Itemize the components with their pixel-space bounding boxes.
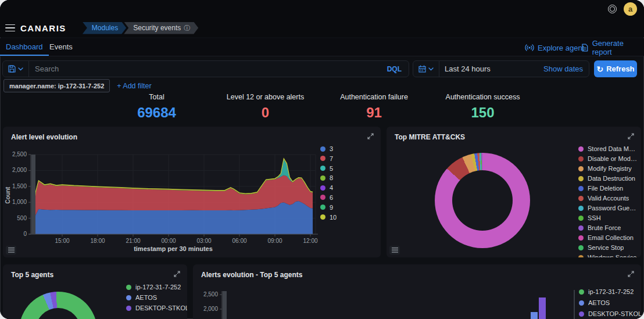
legend-item[interactable]: Disable or Modify T…	[578, 155, 638, 162]
legend-item[interactable]: ip-172-31-7-252	[126, 284, 187, 291]
legend-item[interactable]: 6	[320, 194, 337, 201]
legend-dot	[126, 295, 131, 300]
legend-dot	[578, 235, 584, 241]
stat-level12-value[interactable]: 0	[211, 105, 320, 121]
stat-total: Total 69684	[102, 93, 211, 121]
breadcrumb-modules[interactable]: Modules	[83, 22, 126, 34]
generate-report-button[interactable]: Generate report	[581, 42, 644, 53]
legend-item[interactable]: Brute Force	[578, 224, 638, 231]
panel-top-mitre: Top MITRE ATT&CKS Stored Data Manipu…Dis…	[387, 127, 641, 257]
legend-label: 9	[330, 204, 333, 211]
stat-auth-failure-value[interactable]: 91	[320, 105, 428, 121]
legend-item[interactable]: File Deletion	[578, 185, 638, 192]
legend-dot	[578, 156, 584, 162]
legend-item[interactable]: 10	[320, 214, 337, 221]
show-dates-button[interactable]: Show dates	[543, 64, 589, 73]
legend-item[interactable]: 3	[320, 145, 337, 152]
mitre-donut-chart[interactable]	[435, 153, 530, 248]
legend-item[interactable]: DESKTOP-STKOL43	[579, 310, 641, 317]
legend-item[interactable]: 7	[320, 155, 337, 162]
legend-item[interactable]: Password Guessing	[578, 205, 638, 212]
legend-dot	[578, 225, 584, 231]
add-filter-button[interactable]: + Add filter	[117, 82, 151, 90]
legend-label: File Deletion	[588, 185, 623, 192]
legend-item[interactable]: Stored Data Manipu…	[578, 145, 638, 152]
help-icon[interactable]	[608, 5, 617, 13]
tab-dashboard[interactable]: Dashboard	[6, 38, 43, 55]
legend-dot	[126, 285, 131, 290]
legend-label: Disable or Modify T…	[588, 155, 638, 162]
legend-dot	[579, 311, 584, 317]
legend-dot	[579, 289, 584, 295]
top5-agents-donut-chart[interactable]	[19, 292, 97, 319]
tabs-bar: Dashboard Events Explore agent Generate …	[0, 38, 644, 56]
legend-item[interactable]: ip-172-31-7-252	[579, 288, 641, 295]
legend-dot	[578, 216, 584, 221]
svg-text:0: 0	[23, 231, 27, 237]
svg-text:1,500: 1,500	[12, 183, 27, 189]
legend-dot	[320, 156, 325, 161]
legend-item[interactable]: Valid Accounts	[578, 195, 638, 202]
legend-item[interactable]: AETOS	[579, 299, 641, 306]
legend-label: Service Stop	[588, 244, 624, 251]
legend-item[interactable]: 9	[320, 204, 337, 211]
top5-agents-legend: ip-172-31-7-252AETOSDESKTOP-STKOL43	[126, 284, 187, 315]
breadcrumb-security-events[interactable]: Security events ⓘ	[124, 22, 198, 34]
legend-label: AETOS	[135, 294, 157, 301]
date-picker: Last 24 hours Show dates	[413, 60, 589, 77]
time-range-value[interactable]: Last 24 hours	[439, 64, 543, 73]
svg-text:2,000: 2,000	[203, 306, 218, 312]
refresh-icon: ↻	[596, 65, 603, 73]
search-input[interactable]	[29, 64, 380, 73]
legend-label: Password Guessing	[588, 205, 638, 212]
legend-item[interactable]: Data Destruction	[578, 175, 638, 182]
legend-dot	[578, 176, 584, 181]
refresh-button[interactable]: ↻ Refresh	[594, 60, 637, 77]
query-language-button[interactable]: DQL	[380, 65, 409, 73]
svg-text:03:00: 03:00	[196, 238, 211, 244]
legend-toggle-button[interactable]	[6, 246, 16, 255]
chevron-down-icon	[428, 67, 434, 71]
legend-item[interactable]: Modify Registry	[578, 165, 638, 172]
legend-item[interactable]: SSH	[578, 214, 638, 221]
legend-dot	[578, 206, 584, 211]
legend-item[interactable]: 5	[320, 165, 337, 172]
legend-item[interactable]: Email Collection	[578, 234, 638, 241]
legend-item[interactable]: 8	[320, 174, 337, 181]
legend-dot	[579, 300, 584, 306]
legend-dot	[320, 214, 325, 220]
legend-item[interactable]: DESKTOP-STKOL43	[126, 304, 187, 311]
calendar-button[interactable]	[413, 61, 439, 77]
expand-icon[interactable]	[173, 270, 181, 278]
svg-text:1,000: 1,000	[12, 199, 27, 205]
avatar[interactable]: a	[624, 2, 637, 16]
legend-dot	[578, 255, 584, 258]
legend-dot	[126, 306, 131, 311]
filter-pill[interactable]: manager.name: ip-172-31-7-252	[3, 79, 110, 92]
tab-events[interactable]: Events	[49, 38, 73, 55]
legend-label: 4	[330, 184, 333, 191]
explore-agent-button[interactable]: Explore agent	[525, 42, 584, 53]
breadcrumb: Modules Security events ⓘ	[83, 22, 198, 34]
legend-dot	[320, 195, 325, 200]
info-icon[interactable]: ⓘ	[184, 24, 190, 33]
screen: a CANARIS Modules Security events ⓘ Dash…	[0, 0, 644, 319]
legend-item[interactable]: Windows Service	[578, 254, 638, 257]
legend-toggle-button[interactable]	[389, 246, 400, 255]
legend-label: Brute Force	[588, 224, 621, 231]
stat-auth-success-value[interactable]: 150	[428, 105, 537, 121]
menu-icon[interactable]	[5, 24, 15, 32]
panel-alert-level-evolution: Alert level evolution 05001,0001,5002,00…	[3, 127, 381, 257]
filter-bar: manager.name: ip-172-31-7-252 + Add filt…	[3, 80, 152, 92]
svg-text:Count: Count	[5, 187, 11, 204]
legend-item[interactable]: AETOS	[126, 294, 187, 301]
saved-queries-button[interactable]	[3, 61, 28, 77]
app-logo: CANARIS	[20, 23, 66, 33]
stat-total-value[interactable]: 69684	[102, 105, 211, 121]
expand-icon[interactable]	[627, 132, 635, 140]
legend-item[interactable]: 4	[320, 184, 337, 191]
legend-label: ip-172-31-7-252	[135, 284, 181, 291]
legend-label: 8	[330, 174, 333, 181]
legend-item[interactable]: Service Stop	[578, 244, 638, 251]
legend-label: DESKTOP-STKOL43	[135, 304, 187, 311]
